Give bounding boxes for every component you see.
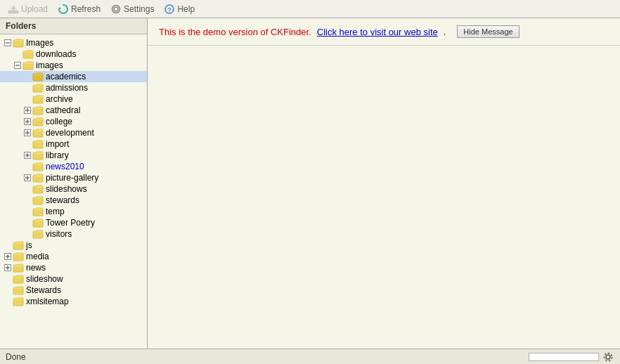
settings-icon	[110, 4, 122, 15]
tree-label-library: library	[46, 150, 69, 160]
tree-item-archive[interactable]: archive	[0, 93, 147, 105]
progress-bar	[529, 353, 599, 361]
tree-toggle-images2[interactable]	[13, 60, 22, 70]
folder-icon-stewards2	[13, 285, 24, 295]
main-area: Folders Images downloads images academic…	[0, 18, 620, 349]
tree-toggle-images[interactable]	[3, 38, 13, 48]
help-button[interactable]: ? Help	[160, 2, 198, 16]
refresh-label: Refresh	[71, 4, 101, 14]
tree-item-import[interactable]: import	[0, 138, 147, 150]
tree-item-library[interactable]: library	[0, 150, 147, 161]
svg-marker-1	[11, 5, 16, 11]
folder-icon-downloads	[22, 49, 34, 59]
refresh-icon	[58, 4, 69, 15]
tree-toggle-media[interactable]	[3, 252, 13, 261]
svg-point-3	[114, 7, 118, 11]
tree-label-cathedral: cathedral	[46, 105, 80, 115]
help-icon: ?	[164, 4, 175, 15]
tree-item-downloads[interactable]: downloads	[0, 48, 147, 60]
refresh-button[interactable]: Refresh	[54, 2, 104, 16]
tree-item-images2[interactable]: images	[0, 60, 147, 71]
folder-icon-news2010	[32, 162, 44, 171]
upload-icon	[8, 4, 19, 15]
content-area: This is the demo version of CKFinder. Cl…	[148, 18, 620, 349]
folder-icon-images	[13, 38, 24, 48]
demo-message: This is the demo version of CKFinder.	[159, 27, 311, 37]
tree-label-development: development	[46, 128, 94, 138]
tree-item-picture-gallery[interactable]: picture-gallery	[0, 172, 147, 183]
demo-banner: This is the demo version of CKFinder. Cl…	[148, 18, 620, 46]
svg-point-32	[606, 355, 610, 359]
sidebar-title: Folders	[0, 18, 147, 34]
tree-item-cathedral[interactable]: cathedral	[0, 105, 147, 116]
tree-label-college: college	[46, 117, 72, 126]
tree-item-development[interactable]: development	[0, 127, 147, 138]
gear-button[interactable]	[602, 351, 614, 363]
tree-item-academics[interactable]: academics	[0, 71, 147, 82]
tree-item-js[interactable]: js	[0, 240, 147, 251]
tree-item-media[interactable]: media	[0, 251, 147, 262]
folder-icon-slideshow	[13, 274, 24, 284]
demo-link-period: .	[444, 27, 446, 37]
tree-toggle-library[interactable]	[22, 150, 32, 160]
folder-icon-images2	[22, 60, 34, 70]
svg-rect-0	[8, 11, 18, 13]
tree-item-images[interactable]: Images	[0, 37, 147, 48]
tree-label-xmlsitemap: xmlsitemap	[26, 297, 69, 306]
hide-message-button[interactable]: Hide Message	[457, 25, 519, 38]
folder-icon-cathedral	[32, 105, 44, 115]
settings-label: Settings	[124, 4, 154, 14]
folder-icon-archive	[32, 94, 44, 104]
folder-icon-library	[32, 150, 44, 160]
files-area	[148, 46, 620, 349]
tree-item-news2010[interactable]: news2010	[0, 161, 147, 172]
settings-button[interactable]: Settings	[107, 2, 157, 16]
tree-toggle-cathedral[interactable]	[22, 105, 32, 115]
demo-link[interactable]: Click here to visit our web site	[317, 27, 438, 37]
folder-icon-js	[13, 240, 24, 250]
tree-label-slideshows: slideshows	[46, 184, 87, 194]
tree-label-downloads: downloads	[36, 49, 76, 59]
tree-toggle-college[interactable]	[22, 117, 32, 126]
toolbar: Upload Refresh Settings ? Help	[0, 0, 620, 18]
folder-icon-xmlsitemap	[13, 297, 24, 306]
tree-item-stewards[interactable]: stewards	[0, 195, 147, 206]
tree-item-visitors[interactable]: visitors	[0, 228, 147, 240]
tree-toggle-news[interactable]	[3, 263, 13, 273]
tree-label-news2010: news2010	[46, 162, 84, 171]
tree-label-stewards2: Stewards	[26, 285, 61, 295]
tree-item-college[interactable]: college	[0, 116, 147, 127]
folder-icon-slideshows	[32, 184, 44, 194]
sidebar: Folders Images downloads images academic…	[0, 18, 148, 349]
tree-item-temp[interactable]: temp	[0, 206, 147, 217]
folder-icon-stewards	[32, 195, 44, 205]
tree-label-temp: temp	[46, 207, 65, 216]
upload-button[interactable]: Upload	[4, 2, 51, 16]
tree-item-admissions[interactable]: admissions	[0, 82, 147, 93]
folder-icon-visitors	[32, 229, 44, 239]
tree-label-js: js	[26, 240, 32, 250]
folder-tree[interactable]: Images downloads images academics admiss…	[0, 34, 147, 349]
folder-icon-tower-poetry	[32, 218, 44, 228]
tree-item-news[interactable]: news	[0, 262, 147, 273]
upload-label: Upload	[21, 4, 48, 14]
tree-item-slideshows[interactable]: slideshows	[0, 183, 147, 195]
status-right	[529, 351, 614, 363]
tree-label-visitors: visitors	[46, 229, 72, 239]
tree-label-admissions: admissions	[46, 83, 88, 93]
tree-item-tower-poetry[interactable]: Tower Poetry	[0, 217, 147, 228]
tree-label-stewards: stewards	[46, 195, 79, 205]
tree-label-media: media	[26, 252, 49, 261]
tree-item-xmlsitemap[interactable]: xmlsitemap	[0, 296, 147, 307]
status-text: Done	[6, 352, 26, 362]
tree-toggle-picture-gallery[interactable]	[22, 173, 32, 183]
folder-icon-media	[13, 252, 24, 261]
tree-label-archive: archive	[46, 94, 73, 104]
tree-item-stewards2[interactable]: Stewards	[0, 285, 147, 296]
tree-item-slideshow[interactable]: slideshow	[0, 273, 147, 285]
tree-label-news: news	[26, 263, 46, 273]
tree-label-slideshow: slideshow	[26, 274, 63, 284]
tree-label-images2: images	[36, 60, 63, 70]
tree-toggle-development[interactable]	[22, 128, 32, 138]
svg-point-33	[605, 353, 612, 360]
